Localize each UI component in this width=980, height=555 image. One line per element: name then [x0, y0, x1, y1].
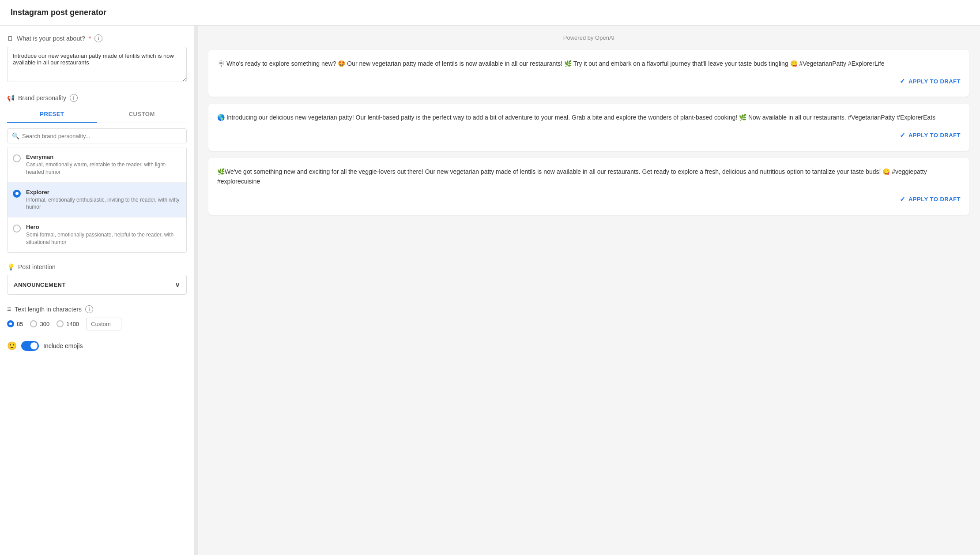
lines-icon: ≡	[7, 305, 11, 313]
text-length-options: 85 300 1400	[7, 318, 187, 330]
bulb-icon: 💡	[7, 263, 15, 270]
apply-label-3: APPLY TO DRAFT	[908, 196, 961, 202]
check-icon-2: ✓	[900, 131, 906, 139]
length-radio-300[interactable]	[30, 320, 37, 327]
text-length-section: ≡ Text length in characters i 85 300	[7, 305, 187, 330]
post-intention-label: 💡 Post intention	[7, 263, 187, 270]
length-option-1400[interactable]: 1400	[57, 320, 79, 327]
personality-item-hero[interactable]: Hero Semi-formal, emotionally passionate…	[8, 218, 186, 252]
post-about-label: 🗒 What is your post about? * i	[7, 34, 187, 42]
personality-item-everyman[interactable]: Everyman Casual, emotionally warm, relat…	[8, 147, 186, 183]
apply-label-2: APPLY TO DRAFT	[908, 132, 961, 139]
app-header: Instagram post generator	[0, 0, 980, 26]
everyman-radio[interactable]	[13, 154, 21, 162]
apply-btn-3: ✓ APPLY TO DRAFT	[217, 193, 961, 206]
text-length-custom-input[interactable]	[86, 318, 121, 330]
text-length-label: ≡ Text length in characters i	[7, 305, 187, 313]
megaphone-icon: 📢	[7, 94, 15, 101]
brand-personality-section: 📢 Brand personality i PRESET CUSTOM 🔍	[7, 94, 187, 253]
post-about-section: 🗒 What is your post about? * i Introduce…	[7, 34, 187, 83]
post-intention-dropdown[interactable]: ANNOUNCEMENT ∨	[7, 275, 187, 295]
apply-to-draft-button-1[interactable]: ✓ APPLY TO DRAFT	[900, 75, 961, 88]
hero-radio[interactable]	[13, 225, 21, 232]
personality-search-input[interactable]	[22, 133, 182, 139]
apply-to-draft-button-3[interactable]: ✓ APPLY TO DRAFT	[900, 193, 961, 206]
post-about-textarea[interactable]: Introduce our new vegetarian patty made …	[7, 47, 187, 82]
check-icon-3: ✓	[900, 195, 906, 203]
hero-name: Hero	[26, 224, 181, 230]
length-radio-1400[interactable]	[57, 320, 64, 327]
result-text-2: 🌎 Introducing our delicious new vegetari…	[217, 112, 961, 122]
result-card-1: 🪧 Who's ready to explore something new? …	[208, 50, 969, 97]
document-icon: 🗒	[7, 35, 13, 42]
personality-list: Everyman Casual, emotionally warm, relat…	[7, 147, 187, 253]
length-label-300: 300	[40, 321, 49, 327]
emojis-toggle[interactable]	[21, 341, 39, 351]
apply-to-draft-button-2[interactable]: ✓ APPLY TO DRAFT	[900, 129, 961, 142]
length-radio-85[interactable]	[7, 320, 14, 327]
length-label-1400: 1400	[66, 321, 79, 327]
post-intention-value: ANNOUNCEMENT	[14, 281, 66, 288]
result-card-2: 🌎 Introducing our delicious new vegetari…	[208, 104, 969, 150]
brand-personality-tabs: PRESET CUSTOM	[7, 106, 187, 123]
apply-label-1: APPLY TO DRAFT	[908, 78, 961, 85]
app-title: Instagram post generator	[11, 8, 106, 17]
toggle-knob	[30, 342, 38, 349]
everyman-name: Everyman	[26, 154, 181, 160]
tab-custom[interactable]: CUSTOM	[97, 106, 187, 123]
explorer-desc: Informal, emotionally enthusiastic, invi…	[26, 196, 181, 211]
powered-by-label: Powered by OpenAI	[208, 34, 969, 41]
emojis-toggle-label: Include emojis	[43, 342, 83, 349]
length-option-85[interactable]: 85	[7, 320, 23, 327]
personality-search-box: 🔍	[7, 128, 187, 143]
include-emojis-row: 🙂 Include emojis	[7, 341, 187, 351]
result-text-1: 🪧 Who's ready to explore something new? …	[217, 59, 961, 68]
hero-desc: Semi-formal, emotionally passionate, hel…	[26, 231, 181, 246]
emoji-face-icon: 🙂	[7, 341, 17, 351]
post-intention-section: 💡 Post intention ANNOUNCEMENT ∨	[7, 263, 187, 295]
include-emojis-section: 🙂 Include emojis	[7, 341, 187, 351]
left-panel: 🗒 What is your post about? * i Introduce…	[0, 26, 194, 555]
everyman-desc: Casual, emotionally warm, relatable to t…	[26, 161, 181, 176]
result-card-3: 🌿We've got something new and exciting fo…	[208, 158, 969, 215]
panel-divider	[194, 26, 198, 555]
text-length-info-icon[interactable]: i	[85, 305, 93, 313]
result-text-3: 🌿We've got something new and exciting fo…	[217, 167, 961, 187]
apply-btn-2: ✓ APPLY TO DRAFT	[217, 129, 961, 142]
right-panel: Powered by OpenAI 🪧 Who's ready to explo…	[198, 26, 980, 555]
brand-personality-label: 📢 Brand personality i	[7, 94, 187, 102]
required-marker: *	[89, 35, 91, 42]
length-option-300[interactable]: 300	[30, 320, 49, 327]
personality-item-explorer[interactable]: Explorer Informal, emotionally enthusias…	[8, 183, 186, 218]
post-about-info-icon[interactable]: i	[94, 34, 102, 42]
tab-preset[interactable]: PRESET	[7, 106, 97, 123]
explorer-name: Explorer	[26, 189, 181, 195]
check-icon-1: ✓	[900, 77, 906, 85]
explorer-radio[interactable]	[13, 190, 21, 198]
length-label-85: 85	[17, 321, 23, 327]
brand-personality-info-icon[interactable]: i	[70, 94, 78, 102]
apply-btn-1: ✓ APPLY TO DRAFT	[217, 75, 961, 88]
search-icon: 🔍	[12, 132, 19, 139]
chevron-down-icon: ∨	[175, 281, 181, 289]
